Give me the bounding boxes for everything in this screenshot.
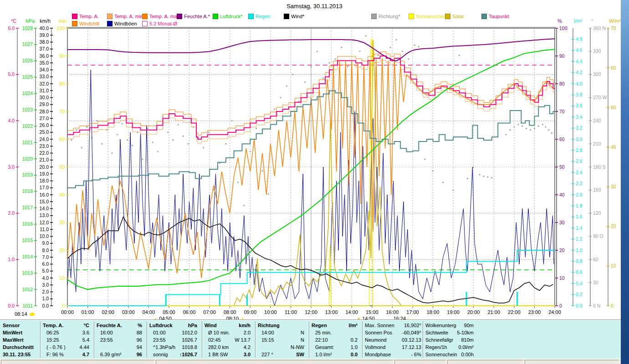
wind-line: [67, 217, 553, 303]
svg-text:90: 90: [59, 53, 65, 59]
svg-text:32.0: 32.0: [40, 81, 49, 86]
row-label: Sensor: [3, 322, 40, 329]
svg-text:°C: °C: [11, 18, 16, 24]
column-header: Richtung: [258, 322, 304, 329]
svg-text:1011: 1011: [22, 303, 33, 308]
svg-text:04:00: 04:00: [143, 309, 155, 315]
weather-info-value: 810m: [425, 337, 474, 344]
svg-text:1015: 1015: [22, 238, 33, 243]
svg-text:2.0: 2.0: [576, 192, 583, 197]
window-edge: [621, 0, 629, 364]
svg-text:21.0: 21.0: [40, 157, 49, 162]
table-value: N-NW: [258, 344, 304, 351]
table-value: 3.6: [43, 329, 89, 336]
sun-time-label: 08:14: [15, 311, 35, 317]
svg-text:100: 100: [559, 25, 568, 31]
svg-text:4.0: 4.0: [42, 275, 49, 281]
sensor-table: SensorMinWertMaxWertDurchschnitt30.11. 2…: [0, 320, 621, 359]
svg-text:34.0: 34.0: [40, 67, 49, 72]
column-separator: [202, 321, 202, 358]
column-unit: hPa: [149, 322, 197, 329]
svg-text:min: min: [58, 18, 66, 24]
svg-text:20:00: 20:00: [467, 309, 480, 315]
svg-text:30.0: 30.0: [40, 95, 49, 100]
status-bar: [0, 359, 621, 364]
svg-text:1.0: 1.0: [576, 248, 583, 253]
svg-text:W/m²: W/m²: [609, 18, 621, 24]
table-value: 5.4: [43, 337, 89, 344]
table-value: 4.44: [43, 344, 89, 351]
svg-text:60: 60: [611, 65, 616, 71]
svg-text:1.0: 1.0: [42, 296, 49, 301]
weather-info-value: 5-10km: [425, 329, 474, 336]
svg-text:1017: 1017: [22, 205, 33, 210]
x-axis-labels: 00:0001:0002:0003:0004:0005:0006:0007:00…: [61, 309, 561, 315]
table-value: 4.2: [205, 344, 251, 351]
svg-text:30: 30: [559, 220, 565, 225]
table-value: 96: [97, 337, 142, 344]
svg-text:22.0: 22.0: [40, 150, 49, 156]
svg-text:70: 70: [559, 109, 565, 114]
svg-text:14:00: 14:00: [345, 309, 358, 315]
windspeed-axis: 0.01.02.03.04.05.06.07.08.09.010.011.012…: [40, 18, 53, 308]
svg-text:l/m²: l/m²: [574, 18, 583, 24]
row-label: 30.11. 23:55: [3, 351, 40, 358]
weather-info-value: 0:00h: [425, 351, 474, 358]
svg-text:1.0: 1.0: [8, 257, 15, 262]
svg-text:1022: 1022: [22, 123, 33, 129]
svg-text:19:00: 19:00: [447, 309, 460, 315]
svg-text:24.0: 24.0: [40, 136, 49, 142]
svg-text:20.0: 20.0: [40, 164, 49, 170]
svg-text:80: 80: [59, 81, 65, 86]
table-value: 1012.0: [149, 329, 197, 336]
sun-moon-info-value: 16,902°: [365, 322, 421, 329]
svg-text:15.0: 15.0: [40, 199, 49, 204]
column-separator: [362, 321, 363, 358]
svg-text:21:00: 21:00: [487, 309, 500, 315]
svg-text:8.0: 8.0: [42, 248, 49, 253]
svg-text:270 W: 270 W: [593, 95, 607, 100]
svg-text:1026: 1026: [22, 58, 33, 63]
svg-text:0 N: 0 N: [593, 303, 600, 308]
svg-text:11:00: 11:00: [285, 309, 297, 315]
plot-area: [67, 35, 557, 306]
row-label: MaxWert: [3, 337, 40, 344]
svg-text:5.0: 5.0: [42, 268, 49, 273]
svg-text:05:00: 05:00: [163, 309, 175, 315]
svg-text:4.8: 4.8: [576, 36, 583, 42]
column-separator: [147, 321, 147, 358]
svg-text:33.0: 33.0: [40, 74, 49, 79]
table-value: 0.0: [312, 351, 358, 358]
svg-text:120: 120: [593, 210, 601, 216]
table-value: 1018.8: [149, 344, 197, 351]
svg-text:0.4: 0.4: [576, 281, 583, 286]
svg-text:01:00: 01:00: [82, 309, 94, 315]
svg-text:300: 300: [593, 71, 601, 77]
svg-text:12.0: 12.0: [40, 220, 49, 225]
svg-text:10: 10: [559, 275, 565, 281]
svg-text:90 O: 90 O: [593, 233, 603, 239]
svg-text:0.2: 0.2: [576, 292, 583, 297]
column-separator: [40, 321, 41, 358]
svg-text:1014: 1014: [22, 254, 33, 259]
svg-text:0: 0: [611, 303, 614, 308]
svg-text:30: 30: [611, 184, 616, 189]
svg-text:20: 20: [59, 248, 65, 253]
svg-text:18.0: 18.0: [40, 178, 49, 183]
table-value: 3.0: [205, 351, 251, 358]
svg-text:%: %: [557, 18, 562, 24]
svg-text:0.0: 0.0: [8, 303, 15, 308]
table-value: ↑1026.7: [149, 351, 197, 358]
rain-axis: 0.00.20.40.60.81.01.21.41.61.82.02.22.42…: [572, 18, 583, 308]
svg-text:240: 240: [593, 118, 601, 123]
svg-text:0.8: 0.8: [576, 258, 583, 264]
svg-text:70: 70: [611, 25, 616, 31]
svg-text:1.4: 1.4: [576, 225, 583, 231]
table-value: 1.0: [312, 344, 358, 351]
svg-text:4.2: 4.2: [576, 70, 583, 75]
svg-text:08:00: 08:00: [224, 309, 236, 315]
svg-text:19.0: 19.0: [40, 171, 49, 177]
svg-text:1020: 1020: [22, 156, 33, 162]
svg-text:3.4: 3.4: [576, 114, 583, 120]
svg-text:17:00: 17:00: [406, 309, 419, 315]
